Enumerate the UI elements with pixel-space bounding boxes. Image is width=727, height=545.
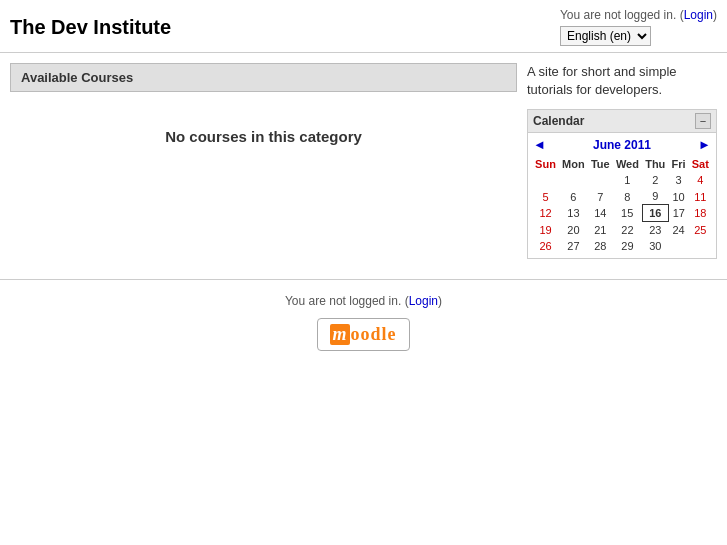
calendar-body: 1234567891011121314151617181920212223242…: [532, 172, 712, 254]
no-courses-message: No courses in this category: [10, 108, 517, 165]
content-area: Available Courses No courses in this cat…: [10, 63, 517, 165]
calendar-day-header-tue: Tue: [588, 156, 613, 172]
calendar-week-row: 19202122232425: [532, 222, 712, 239]
calendar-day-header-thu: Thu: [642, 156, 668, 172]
site-title: The Dev Institute: [10, 16, 171, 39]
sidebar: A site for short and simple tutorials fo…: [527, 63, 717, 259]
moodle-rest: oodle: [351, 324, 397, 344]
calendar-day-cell[interactable]: 8: [613, 188, 642, 205]
calendar-day-cell[interactable]: 11: [689, 188, 712, 205]
calendar-day-cell[interactable]: 18: [689, 205, 712, 222]
footer-login-link[interactable]: Login: [409, 294, 438, 308]
calendar-nav: ◄ June 2011 ►: [528, 133, 716, 156]
calendar-day-cell[interactable]: 6: [559, 188, 588, 205]
calendar-next-button[interactable]: ►: [698, 137, 711, 152]
calendar-day-cell[interactable]: 5: [532, 188, 559, 205]
calendar-day-cell[interactable]: 29: [613, 238, 642, 254]
footer-auth-text: You are not logged in.: [285, 294, 401, 308]
calendar-day-cell[interactable]: 26: [532, 238, 559, 254]
calendar-week-row: 12131415161718: [532, 205, 712, 222]
header-login-link[interactable]: Login: [684, 8, 713, 22]
footer: You are not logged in. (Login) moodle: [0, 280, 727, 361]
calendar-day-cell[interactable]: 28: [588, 238, 613, 254]
calendar-header-bar: Calendar −: [528, 110, 716, 133]
moodle-logo: moodle: [317, 318, 409, 351]
header-right: You are not logged in. (Login) English (…: [560, 8, 717, 46]
calendar-day-cell[interactable]: 4: [689, 172, 712, 188]
calendar-day-cell[interactable]: 10: [668, 188, 688, 205]
calendar-day-cell[interactable]: 23: [642, 222, 668, 239]
calendar-day-cell[interactable]: 1: [613, 172, 642, 188]
calendar-day-cell[interactable]: 13: [559, 205, 588, 222]
calendar-day-cell: [588, 172, 613, 188]
calendar-day-cell[interactable]: 12: [532, 205, 559, 222]
moodle-m-letter: m: [330, 324, 349, 345]
calendar-day-header-wed: Wed: [613, 156, 642, 172]
calendar-day-cell[interactable]: 17: [668, 205, 688, 222]
header-auth-text: You are not logged in.: [560, 8, 676, 22]
calendar-day-cell[interactable]: 24: [668, 222, 688, 239]
calendar-month-label: June 2011: [593, 138, 651, 152]
calendar-title-label: Calendar: [533, 114, 584, 128]
main-layout: Available Courses No courses in this cat…: [0, 53, 727, 269]
calendar-day-cell: [668, 238, 688, 254]
header: The Dev Institute You are not logged in.…: [0, 0, 727, 53]
site-description: A site for short and simple tutorials fo…: [527, 63, 717, 99]
calendar-day-cell[interactable]: 3: [668, 172, 688, 188]
calendar-day-header-mon: Mon: [559, 156, 588, 172]
calendar-day-cell[interactable]: 30: [642, 238, 668, 254]
calendar-day-cell[interactable]: 22: [613, 222, 642, 239]
calendar-day-headers: SunMonTueWedThuFriSat: [532, 156, 712, 172]
calendar-day-cell[interactable]: 9: [642, 188, 668, 205]
calendar-day-cell: [689, 238, 712, 254]
calendar-day-cell[interactable]: 15: [613, 205, 642, 222]
calendar-day-cell[interactable]: 25: [689, 222, 712, 239]
calendar-day-cell[interactable]: 2: [642, 172, 668, 188]
calendar-collapse-button[interactable]: −: [695, 113, 711, 129]
calendar-week-row: 567891011: [532, 188, 712, 205]
calendar-day-header-sun: Sun: [532, 156, 559, 172]
calendar-day-header-sat: Sat: [689, 156, 712, 172]
calendar-day-cell[interactable]: 19: [532, 222, 559, 239]
calendar-day-cell[interactable]: 21: [588, 222, 613, 239]
calendar-block: Calendar − ◄ June 2011 ► SunMonTueWedThu…: [527, 109, 717, 259]
calendar-day-cell[interactable]: 16: [642, 205, 668, 222]
calendar-prev-button[interactable]: ◄: [533, 137, 546, 152]
calendar-day-cell: [532, 172, 559, 188]
lang-select-wrapper: English (en): [560, 26, 717, 46]
available-courses-header: Available Courses: [10, 63, 517, 92]
calendar-table: SunMonTueWedThuFriSat 123456789101112131…: [532, 156, 712, 254]
calendar-body-wrapper: SunMonTueWedThuFriSat 123456789101112131…: [528, 156, 716, 258]
calendar-week-row: 2627282930: [532, 238, 712, 254]
calendar-day-cell[interactable]: 20: [559, 222, 588, 239]
calendar-week-row: 1234: [532, 172, 712, 188]
lang-select[interactable]: English (en): [560, 26, 651, 46]
calendar-day-cell[interactable]: 7: [588, 188, 613, 205]
calendar-day-header-fri: Fri: [668, 156, 688, 172]
calendar-day-cell[interactable]: 14: [588, 205, 613, 222]
calendar-day-cell: [559, 172, 588, 188]
calendar-day-cell[interactable]: 27: [559, 238, 588, 254]
